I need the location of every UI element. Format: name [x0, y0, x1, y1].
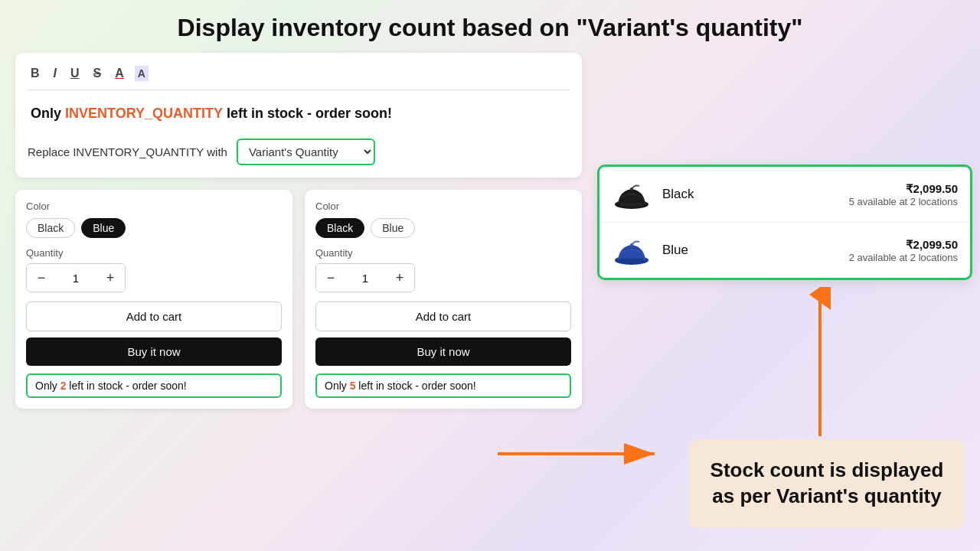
replace-row: Replace INVENTORY_QUANTITY with Variant'… [28, 139, 570, 165]
buy-now-left[interactable]: Buy it now [26, 337, 282, 366]
qty-plus-left[interactable]: + [96, 264, 125, 292]
color-options-left: Black Blue [26, 218, 282, 238]
qty-label-left: Quantity [26, 247, 282, 259]
qty-label-right: Quantity [315, 247, 571, 259]
arrow-up-container [808, 287, 831, 443]
product-name-blue: Blue [662, 243, 849, 258]
content-suffix: left in stock - order soon! [223, 106, 392, 121]
product-price-black: ₹2,099.50 [849, 182, 958, 196]
hat-black-image [612, 178, 652, 211]
product-name-black: Black [662, 187, 849, 202]
editor-content: Only INVENTORY_QUANTITY left in stock - … [28, 99, 570, 128]
stock-prefix-right: Only [325, 380, 350, 392]
qty-minus-right[interactable]: − [316, 264, 345, 292]
replace-label: Replace INVENTORY_QUANTITY with [28, 145, 227, 158]
product-panel: Black ₹2,099.50 5 available at 2 locatio… [597, 165, 972, 280]
qty-row-left: − 1 + [26, 263, 126, 292]
variant-select[interactable]: Variant's Quantity Location Quantity Tot… [237, 139, 375, 165]
color-label-right: Color [315, 201, 571, 212]
add-to-cart-left[interactable]: Add to cart [26, 302, 282, 331]
product-card-left: Color Black Blue Quantity − 1 + Add to c… [15, 190, 292, 409]
bottom-row: Color Black Blue Quantity − 1 + Add to c… [15, 190, 582, 409]
qty-value-right: 1 [345, 272, 385, 285]
product-availability-black: 5 available at 2 locations [849, 196, 958, 207]
strike-button[interactable]: S [90, 65, 105, 82]
page-title: Display inventory count based on "Varian… [0, 0, 980, 53]
product-price-info-black: ₹2,099.50 5 available at 2 locations [849, 182, 958, 207]
stock-badge-left: Only 2 left in stock - order soon! [26, 373, 282, 398]
product-row-black: Black ₹2,099.50 5 available at 2 locatio… [599, 167, 970, 223]
title-text: Display inventory count based on [178, 14, 577, 41]
color-blue-left[interactable]: Blue [81, 218, 126, 238]
qty-value-left: 1 [56, 272, 96, 285]
content-highlight: INVENTORY_QUANTITY [65, 106, 223, 121]
font-highlight-button[interactable]: A [135, 66, 149, 81]
font-color-button[interactable]: A [112, 65, 127, 82]
hat-blue-image [612, 233, 652, 267]
italic-button[interactable]: I [51, 65, 60, 82]
color-black-left[interactable]: Black [26, 218, 75, 238]
color-options-right: Black Blue [315, 218, 571, 238]
underline-button[interactable]: U [67, 65, 83, 82]
product-row-blue: Blue ₹2,099.50 2 available at 2 location… [599, 223, 970, 278]
product-price-info-blue: ₹2,099.50 2 available at 2 locations [849, 238, 958, 263]
color-blue-right[interactable]: Blue [371, 218, 415, 238]
bold-button[interactable]: B [28, 65, 43, 82]
left-panel: B I U S A A Only INVENTORY_QUANTITY left… [15, 53, 582, 543]
qty-plus-right[interactable]: + [385, 264, 414, 292]
add-to-cart-right[interactable]: Add to cart [315, 302, 571, 331]
product-availability-blue: 2 available at 2 locations [849, 252, 958, 263]
stock-suffix-right: left in stock - order soon! [355, 380, 475, 392]
svg-point-2 [630, 187, 633, 191]
editor-toolbar: B I U S A A [28, 65, 570, 90]
info-box: Stock count is displayed as per Variant'… [689, 439, 965, 528]
qty-row-right: − 1 + [315, 263, 415, 292]
stock-suffix-left: left in stock - order soon! [66, 380, 186, 392]
product-card-right: Color Black Blue Quantity − 1 + Add to c… [305, 190, 582, 409]
qty-minus-left[interactable]: − [27, 264, 56, 292]
color-label-left: Color [26, 201, 282, 212]
svg-rect-1 [619, 203, 644, 206]
content-prefix: Only [31, 106, 65, 121]
product-price-blue: ₹2,099.50 [849, 238, 958, 252]
svg-point-5 [630, 243, 633, 246]
stock-badge-right: Only 5 left in stock - order soon! [315, 373, 571, 398]
title-highlighted: "Variant's quantity" [577, 14, 803, 41]
editor-box: B I U S A A Only INVENTORY_QUANTITY left… [15, 53, 582, 178]
color-black-right[interactable]: Black [315, 218, 364, 238]
stock-prefix-left: Only [35, 380, 60, 392]
svg-rect-4 [619, 259, 644, 262]
arrow-right-container [494, 442, 662, 468]
info-box-text: Stock count is displayed as per Variant'… [704, 458, 949, 510]
buy-now-right[interactable]: Buy it now [315, 337, 571, 366]
